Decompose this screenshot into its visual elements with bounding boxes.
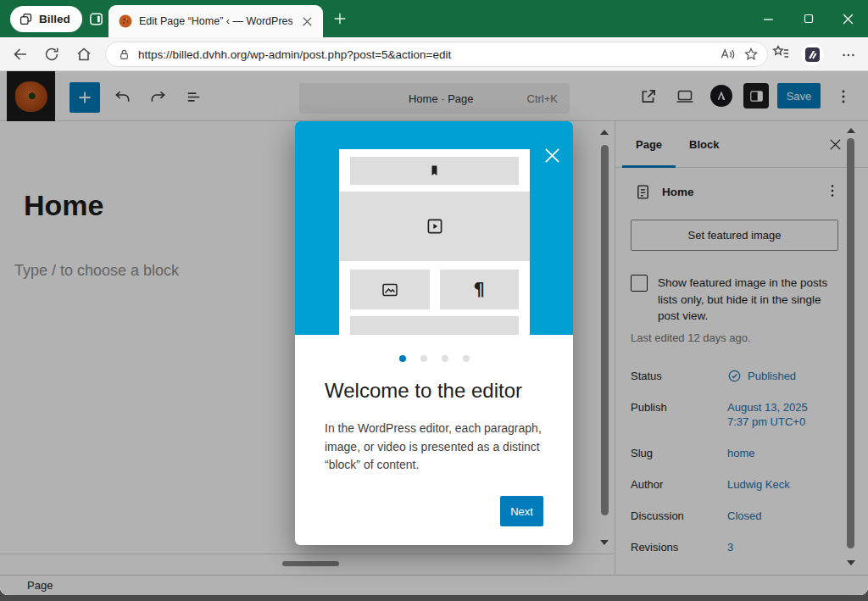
welcome-guide-modal: ¶ Welcome to the editor In the WordPress… [295, 121, 573, 545]
text-block-sketch [350, 316, 519, 335]
browser-window: Billed Edit Page “Home” ‹ — WordPress [0, 0, 868, 595]
browser-toolbar: https://billed.dvhh.org/wp-admin/post.ph… [0, 37, 868, 71]
image-icon [380, 280, 400, 300]
browser-tab[interactable]: Edit Page “Home” ‹ — WordPress [108, 5, 323, 37]
page-dot-4[interactable] [463, 355, 470, 362]
home-button[interactable] [75, 46, 92, 63]
video-block-sketch [339, 192, 530, 261]
guide-page-dots [295, 355, 573, 362]
paragraph-icon: ¶ [474, 280, 485, 300]
browser-menu-icon[interactable] [841, 47, 856, 63]
workspace-name: Billed [39, 13, 70, 25]
favorites-bar-icon[interactable] [771, 43, 790, 62]
minimize-button[interactable] [748, 0, 788, 37]
extension-icon[interactable] [801, 43, 824, 66]
back-button[interactable] [12, 46, 29, 63]
title-block-sketch [350, 157, 519, 185]
window-controls [748, 0, 868, 37]
maximize-button[interactable] [788, 0, 828, 37]
bookmark-icon [427, 164, 442, 178]
blocks-illustration-card: ¶ [339, 149, 530, 335]
page-dot-2[interactable] [420, 355, 427, 362]
welcome-illustration: ¶ [295, 121, 573, 335]
close-window-button[interactable] [828, 0, 868, 37]
browser-titlebar: Billed Edit Page “Home” ‹ — WordPress [0, 0, 868, 37]
workspace-pill[interactable]: Billed [10, 6, 82, 32]
welcome-heading: Welcome to the editor [325, 379, 543, 403]
url-text[interactable]: https://billed.dvhh.org/wp-admin/post.ph… [138, 48, 712, 61]
video-play-icon [424, 215, 446, 237]
tab-favicon [119, 14, 132, 28]
close-modal-icon[interactable] [541, 144, 563, 166]
split-screen-button[interactable] [86, 8, 106, 29]
refresh-button[interactable] [43, 46, 60, 63]
image-block-sketch [350, 270, 430, 309]
site-lock-icon[interactable] [118, 48, 131, 61]
read-aloud-icon[interactable] [720, 47, 736, 63]
page-dot-3[interactable] [442, 355, 448, 362]
tab-close-icon[interactable] [299, 14, 314, 29]
welcome-body-text: In the WordPress editor, each paragraph,… [325, 420, 547, 475]
page-dot-1[interactable] [399, 355, 406, 362]
paragraph-block-sketch: ¶ [440, 270, 520, 309]
tab-title: Edit Page “Home” ‹ — WordPress [139, 15, 292, 27]
workspaces-icon [19, 12, 33, 26]
favorite-star-icon[interactable] [743, 47, 759, 62]
next-button[interactable]: Next [500, 496, 543, 526]
new-tab-button[interactable] [332, 11, 348, 26]
address-bar[interactable]: https://billed.dvhh.org/wp-admin/post.ph… [105, 42, 768, 67]
wordpress-editor: Home · Page Ctrl+K Save Home T [0, 71, 868, 595]
